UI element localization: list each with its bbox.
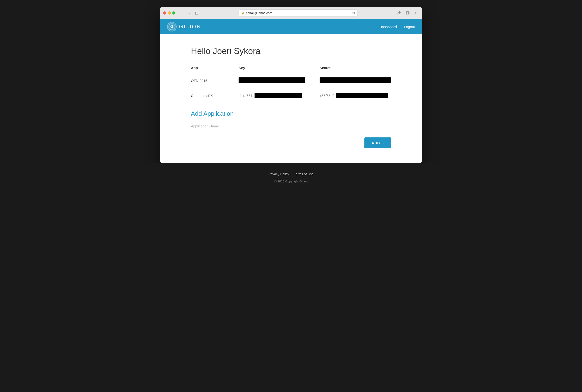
- page-footer: Privacy Policy Terms of Use © 2016 Copyr…: [0, 163, 582, 188]
- svg-rect-3: [196, 14, 198, 14]
- logo-icon: G: [167, 22, 177, 32]
- add-button[interactable]: ADD ›: [364, 138, 391, 148]
- apps-table: App Key Secret OTN 2015: [191, 66, 391, 103]
- logo-area: G GLUON: [167, 22, 201, 32]
- browser-nav: ‹ ›: [179, 10, 200, 16]
- app-name: CommentsFX: [191, 88, 239, 103]
- add-button-label: ADD: [372, 141, 380, 145]
- traffic-lights: [163, 12, 175, 14]
- svg-rect-6: [407, 12, 408, 14]
- svg-rect-0: [195, 12, 196, 14]
- add-tab-button[interactable]: +: [412, 10, 419, 16]
- table-row: CommentsFX de4d587a 458f36d0-: [191, 88, 391, 103]
- browser-window: ‹ › 🔒 portal.gluonhq.com ↻: [160, 7, 422, 163]
- new-tab-button[interactable]: [404, 10, 411, 16]
- add-application-section: Add Application ADD ›: [191, 110, 391, 148]
- secret-prefix: 458f36d0-: [320, 94, 336, 98]
- footer-links: Privacy Policy Terms of Use: [0, 172, 582, 176]
- back-button[interactable]: ‹: [179, 10, 185, 16]
- page-content: Hello Joeri Sykora App Key Secret OTN 20…: [160, 34, 422, 163]
- refresh-icon[interactable]: ↻: [352, 11, 355, 15]
- redacted-key-partial-bar: [255, 93, 302, 98]
- svg-text:G: G: [170, 24, 173, 28]
- add-button-arrow-icon: ›: [382, 141, 384, 145]
- privacy-policy-link[interactable]: Privacy Policy: [268, 172, 289, 176]
- col-header-key: Key: [239, 66, 320, 73]
- browser-titlebar: ‹ › 🔒 portal.gluonhq.com ↻: [160, 7, 422, 19]
- forward-button[interactable]: ›: [186, 10, 193, 16]
- maximize-button[interactable]: [172, 12, 175, 14]
- app-secret: 458f36d0-: [320, 88, 391, 103]
- table-row: OTN 2015: [191, 73, 391, 88]
- terms-of-use-link[interactable]: Terms of Use: [294, 172, 313, 176]
- dashboard-link[interactable]: Dashboard: [379, 25, 397, 29]
- page-title: Hello Joeri Sykora: [191, 46, 391, 56]
- svg-rect-5: [406, 12, 409, 15]
- app-key: de4d587a: [239, 88, 320, 103]
- footer-copyright: © 2016 Copyright Gluon: [0, 180, 582, 183]
- share-button[interactable]: [396, 10, 402, 16]
- key-prefix: de4d587a: [239, 94, 255, 98]
- logout-link[interactable]: Logout: [404, 25, 415, 29]
- col-header-secret: Secret: [320, 66, 391, 73]
- redacted-secret-partial-bar: [336, 93, 388, 98]
- redacted-secret-bar: [320, 78, 391, 83]
- nav-links: Dashboard Logout: [379, 25, 415, 29]
- app-navbar: G GLUON Dashboard Logout: [160, 19, 422, 34]
- application-name-input[interactable]: [191, 122, 391, 130]
- svg-rect-1: [196, 12, 198, 12]
- logo-text: GLUON: [179, 24, 201, 30]
- url-text: portal.gluonhq.com: [246, 11, 272, 15]
- add-button-row: ADD ›: [191, 138, 391, 148]
- minimize-button[interactable]: [168, 12, 171, 14]
- add-application-title[interactable]: Add Application: [191, 110, 391, 118]
- app-name: OTN 2015: [191, 73, 239, 88]
- app-key: [239, 73, 320, 88]
- sidebar-button[interactable]: [194, 10, 200, 16]
- app-secret: [320, 73, 391, 88]
- lock-icon: 🔒: [241, 12, 245, 14]
- svg-rect-2: [196, 13, 198, 13]
- address-bar[interactable]: 🔒 portal.gluonhq.com ↻: [239, 10, 358, 16]
- col-header-app: App: [191, 66, 239, 73]
- close-button[interactable]: [163, 12, 166, 14]
- redacted-key-bar: [239, 78, 305, 83]
